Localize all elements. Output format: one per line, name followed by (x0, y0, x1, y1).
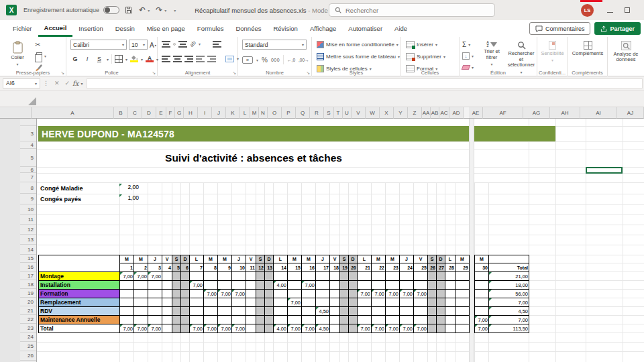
day-number-header[interactable]: 25 (414, 263, 428, 272)
day-cell[interactable] (172, 324, 181, 333)
day-number-header[interactable]: 7 (190, 263, 204, 272)
day-cell[interactable] (218, 298, 232, 307)
column-header-AD[interactable]: AD (449, 107, 464, 119)
day-number-header[interactable]: 1 (120, 263, 134, 272)
total-cell[interactable]: 7,00 (489, 298, 529, 307)
column-header-F[interactable]: F (166, 107, 175, 119)
row-header-24[interactable]: 24 (20, 333, 36, 342)
underline-button[interactable]: S (95, 54, 104, 64)
day-letter-header[interactable]: J (316, 255, 330, 263)
orientation-icon[interactable]: ab (189, 40, 197, 48)
day-cell[interactable] (148, 298, 162, 307)
thousands-icon[interactable]: 000 (271, 58, 280, 62)
total-column-header[interactable]: Total (489, 263, 529, 272)
day-cell[interactable]: 7,00 (302, 324, 316, 333)
day-cell[interactable] (455, 307, 470, 316)
day-letter-header[interactable]: M (218, 255, 232, 263)
day-cell[interactable] (372, 307, 386, 316)
column-header-O[interactable]: O (268, 107, 282, 119)
total-cell[interactable]: 7,00 (489, 316, 529, 324)
sensitivity-button[interactable]: Sensibilité▾ (539, 38, 566, 63)
day-cell[interactable] (162, 307, 172, 316)
day-cell[interactable]: 7,00 (204, 290, 218, 298)
day-cell[interactable] (246, 290, 256, 298)
day-cell[interactable] (302, 298, 316, 307)
day-cell[interactable] (445, 290, 455, 298)
day-cell[interactable] (358, 307, 372, 316)
day-cell[interactable] (414, 281, 428, 290)
day-cell[interactable] (162, 324, 172, 333)
day-letter-header[interactable]: M (204, 255, 218, 263)
day-cell[interactable]: 7,00 (372, 290, 386, 298)
delete-cells-button[interactable]: Supprimer▾ (406, 52, 445, 61)
day-cell[interactable] (437, 316, 445, 324)
column-header-AB[interactable]: AB (431, 107, 439, 119)
day30-letter-header[interactable]: M (475, 255, 489, 263)
day-cell[interactable] (288, 307, 302, 316)
day-cell[interactable] (288, 316, 302, 324)
day-number-header[interactable]: 13 (265, 263, 274, 272)
day-cell[interactable] (340, 307, 349, 316)
day30-cell[interactable]: 7,00 (475, 316, 489, 324)
day-cell[interactable] (256, 272, 265, 281)
table-corner-cell[interactable] (39, 255, 120, 272)
redo-icon[interactable]: ↷ (156, 5, 162, 15)
day-cell[interactable] (256, 298, 265, 307)
day-cell[interactable]: 7,00 (232, 290, 246, 298)
column-header-B[interactable]: B (114, 107, 128, 119)
total-cell[interactable]: 56,00 (489, 290, 529, 298)
day-cell[interactable] (455, 290, 470, 298)
day-cell[interactable] (232, 281, 246, 290)
day-letter-header[interactable]: M (302, 255, 316, 263)
day-cell[interactable]: 7,00 (120, 324, 134, 333)
day-letter-header[interactable]: M (386, 255, 400, 263)
dialog-launcher-icon[interactable]: ↘ (306, 70, 310, 76)
day-cell[interactable] (386, 272, 400, 281)
day-cell[interactable] (349, 281, 358, 290)
day-cell[interactable] (162, 290, 172, 298)
day-cell[interactable] (386, 298, 400, 307)
day-cell[interactable] (437, 272, 445, 281)
day-number-header[interactable]: 8 (204, 263, 218, 272)
day-cell[interactable] (288, 290, 302, 298)
row-header-18[interactable]: 18 (20, 280, 36, 289)
total-header-spacer[interactable] (489, 255, 529, 263)
column-header-T[interactable]: T (334, 107, 343, 119)
day-letter-header[interactable]: M (120, 255, 134, 263)
insert-cells-button[interactable]: Insérer▾ (406, 40, 445, 49)
day-cell[interactable] (455, 324, 470, 333)
day-cell[interactable] (246, 324, 256, 333)
day-cell[interactable] (256, 324, 265, 333)
italic-button[interactable]: I (83, 54, 92, 64)
task-row-label[interactable]: Montage (39, 272, 120, 281)
day-cell[interactable] (218, 281, 232, 290)
day-cell[interactable] (316, 316, 330, 324)
total-cell[interactable]: 4,50 (489, 307, 529, 316)
day-cell[interactable]: 7,00 (288, 324, 302, 333)
insert-function-icon[interactable]: fx (72, 80, 78, 87)
column-header-R[interactable]: R (310, 107, 324, 119)
day-letter-header[interactable]: M (288, 255, 302, 263)
day-cell[interactable]: 7,00 (204, 324, 218, 333)
day-cell[interactable] (445, 307, 455, 316)
day-cell[interactable] (288, 272, 302, 281)
borders-icon[interactable] (115, 55, 123, 63)
day-cell[interactable] (162, 272, 172, 281)
column-header-I[interactable]: I (198, 107, 212, 119)
font-color-button[interactable]: A (146, 56, 154, 62)
day-cell[interactable] (204, 272, 218, 281)
day-cell[interactable] (340, 316, 349, 324)
font-size-select[interactable]: 10▾ (129, 40, 148, 50)
dialog-launcher-icon[interactable]: ↘ (152, 70, 156, 76)
day-cell[interactable] (414, 307, 428, 316)
day-cell[interactable] (256, 290, 265, 298)
day30-cell[interactable] (475, 307, 489, 316)
minimize-button[interactable] (607, 12, 613, 13)
day-cell[interactable] (340, 281, 349, 290)
day-cell[interactable] (246, 281, 256, 290)
day-cell[interactable]: 7,00 (148, 324, 162, 333)
day-cell[interactable] (455, 298, 470, 307)
column-header-N[interactable]: N (259, 107, 268, 119)
row-header-17[interactable]: 17 (20, 272, 36, 280)
day-number-header[interactable]: 29 (455, 263, 470, 272)
